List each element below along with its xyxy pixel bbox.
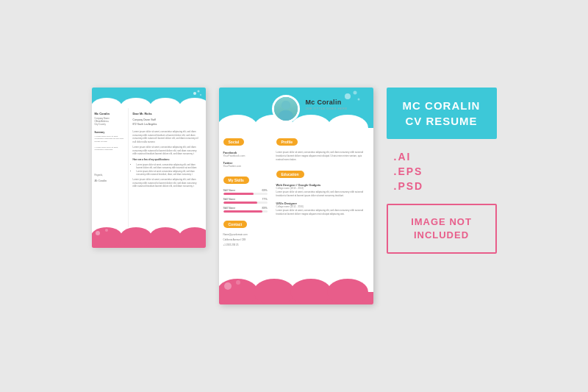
skill-1-name: Skill Name69% [223,189,268,192]
cv-left-column: Social Facebook YourFacebook.com Twitter… [219,88,272,304]
file-types-list: .AI .EPS .PSD [387,151,497,192]
cv-name-area: Mc Coralin JOB TITTLE GOES HERE [306,99,348,110]
body-text-2: Lorem ipsum dolor sit amet, consectetur … [133,146,201,156]
twitter-value: YourTwitter.com [223,165,268,168]
skill-1: Skill Name69% [223,189,268,195]
image-not-included-text: IMAGE NOTINCLUDED [395,215,488,242]
right-panel: MC CORALIN CV RESUME .AI .EPS .PSD IMAGE… [387,88,497,254]
svg-point-14 [105,229,108,232]
edu-2-school: College name (2012 - 2016) [276,205,369,208]
edu-2-desc: Lorem ipsum dolor sit amet, consectetur … [276,209,369,215]
education-tag: Education [276,171,304,178]
cv-full-name: Mc Coralin [306,99,348,106]
cv-page: Mc Coralin JOB TITTLE GOES HERE Social F… [219,88,373,304]
company-line2: 872 South Los Angeles [133,123,201,126]
title-line1: MC CORALIN [398,98,485,113]
file-type-psd: .PSD [394,180,497,192]
skill-3-name: Skill Name89% [223,207,268,210]
letter-page: Mc Coralin Company NameOfficial AddressC… [92,88,206,248]
skill-2-name: Skill Name77% [223,198,268,201]
skill-3: Skill Name89% [223,207,268,213]
svg-point-10 [120,227,152,248]
letter-top-decoration [92,88,206,108]
product-title-box: MC CORALIN CV RESUME [387,88,497,139]
svg-point-5 [193,92,196,95]
body-text-1: Lorem ipsum dolor sit amet, consectetur … [133,130,201,143]
cv-job-title: JOB TITTLE GOES HERE [306,107,348,110]
file-type-ai: .AI [394,151,497,163]
avatar [272,95,300,123]
contact-email: Name@yourdomain.com [223,233,268,237]
contact-tag: Contact [223,221,248,228]
letter-sender-name: Mc Coralin [95,112,125,115]
social-facebook: Facebook YourFacebook.com [223,151,268,157]
qualifications-list: Lorem ipsum dolor sit amet, consectetur … [137,163,201,177]
file-type-eps: .EPS [394,165,497,177]
letter-dear: Dear Mr. Ricks [133,112,201,116]
contact-address: California Avenue/ C89 [223,238,268,242]
profile-tag: Profile [276,138,298,146]
social-twitter: Twitter YourTwitter.com [223,161,268,168]
svg-point-13 [96,231,100,235]
social-tag: Social [223,138,245,146]
facebook-value: YourFacebook.com [223,154,268,157]
edu-1-school: College name (2010 - 2013) [276,187,369,190]
title-line2: CV RESUME [398,113,485,129]
skills-tag: My Skills [223,177,249,184]
edu-item-1: Web Designer / Google Gadgets College na… [276,183,369,197]
summary-text: • Lorem ipsum dolor sit amet, consectetu… [95,135,125,152]
company-line1: Company Owner Staff [133,118,201,122]
qualifications-title: Here are a few of my qualifications: [133,158,201,162]
regards-text: Regards, [95,174,125,177]
svg-point-31 [278,110,293,121]
letter-sender-address: Company NameOfficial AddressCity Country [95,117,125,126]
summary-label: Summary [95,131,125,134]
contact-phone: +1 2935 293 25 [223,243,268,247]
edu-1-desc: Lorem ipsum dolor sit amet, consectetur … [276,190,369,197]
skill-2: Skill Name77% [223,198,268,204]
letter-bottom-decoration [92,227,206,248]
signature: Mc Coralin [95,179,125,182]
svg-point-11 [149,227,182,248]
profile-text: Lorem ipsum dolor sit amet, consectetur … [276,151,369,161]
avatar-image [274,97,298,121]
edu-item-2: UI/Ux Designer College name (2012 - 2016… [276,202,369,215]
svg-point-6 [197,90,199,93]
image-not-included-box: IMAGE NOTINCLUDED [387,204,497,254]
body-text-3: Lorem ipsum dolor sit amet, consectetur … [133,178,201,188]
svg-point-32 [282,101,290,110]
svg-point-7 [200,94,201,96]
